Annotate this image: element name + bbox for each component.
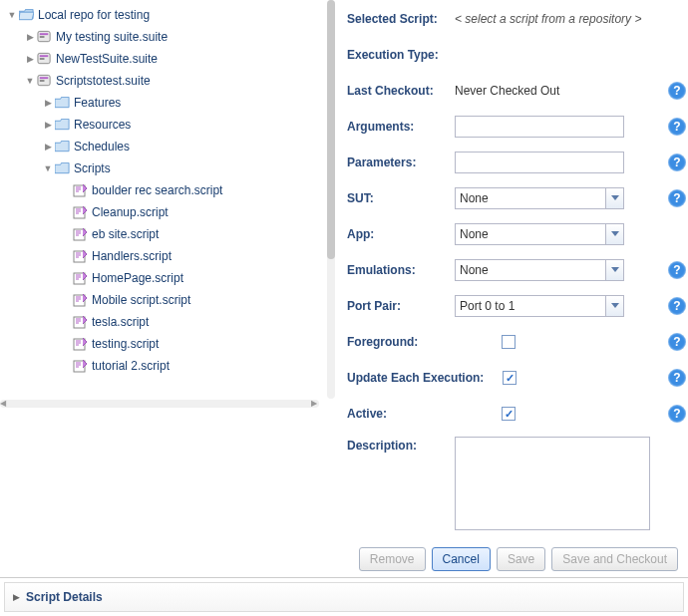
script-icon [72, 336, 88, 352]
tree-label: tutorial 2.script [92, 359, 170, 373]
expander-icon[interactable]: ▼ [24, 76, 36, 86]
help-icon[interactable]: ? [668, 405, 686, 423]
active-label: Active: [347, 407, 455, 421]
expander-icon[interactable]: ▶ [42, 98, 54, 108]
expander-icon[interactable]: ▶ [42, 120, 54, 130]
chevron-right-icon: ▶ [13, 592, 20, 602]
select-value: None [456, 227, 605, 241]
dropdown-arrow-icon[interactable] [605, 260, 623, 280]
expander-icon[interactable]: ▶ [24, 32, 36, 42]
tree-label: boulder rec search.script [92, 183, 222, 197]
app-select[interactable]: None [455, 223, 624, 245]
vertical-scrollbar[interactable] [327, 0, 335, 399]
cancel-button[interactable]: Cancel [432, 547, 491, 571]
tree-script-item[interactable]: Mobile script.script [6, 289, 337, 311]
tree-label: tesla.script [92, 315, 149, 329]
tree-label: Scripts [74, 161, 111, 175]
repository-tree-panel: ▼ Local repo for testing ▶ My testing su… [0, 0, 337, 577]
tree-script-item[interactable]: Cleanup.script [6, 201, 337, 223]
tree-label: NewTestSuite.suite [56, 52, 158, 66]
horizontal-scrollbar[interactable]: ◀ ▶ [0, 400, 319, 408]
tree-label: eb site.script [92, 227, 159, 241]
help-icon[interactable]: ? [668, 369, 686, 387]
tree-script-item[interactable]: tesla.script [6, 311, 337, 333]
tree-folder-item[interactable]: ▶ Schedules [6, 136, 337, 157]
tree-folder-item[interactable]: ▶ Features [6, 92, 337, 114]
emulations-select[interactable]: None [455, 259, 624, 281]
save-checkout-button[interactable]: Save and Checkout [551, 547, 678, 571]
sut-label: SUT: [347, 191, 455, 205]
select-value: None [456, 191, 605, 205]
script-icon [72, 204, 88, 220]
expander-icon[interactable]: ▼ [6, 10, 18, 20]
description-textarea[interactable] [455, 437, 650, 530]
script-form-panel: Selected Script: < select a script from … [337, 0, 688, 577]
help-icon[interactable]: ? [668, 154, 686, 171]
dropdown-arrow-icon[interactable] [605, 296, 623, 316]
help-icon[interactable]: ? [668, 189, 686, 207]
help-icon[interactable]: ? [668, 82, 686, 100]
tree-script-item[interactable]: eb site.script [6, 223, 337, 245]
arguments-input[interactable] [455, 116, 624, 138]
tree-label: testing.script [92, 337, 159, 351]
parameters-input[interactable] [455, 152, 624, 173]
emulations-label: Emulations: [347, 263, 455, 277]
last-checkout-label: Last Checkout: [347, 84, 455, 98]
scroll-left-icon[interactable]: ◀ [0, 400, 8, 408]
tree-script-item[interactable]: HomePage.script [6, 267, 337, 289]
tree-label: Cleanup.script [92, 205, 169, 219]
arguments-label: Arguments: [347, 120, 455, 134]
tree-suite-item[interactable]: ▶ NewTestSuite.suite [6, 48, 337, 70]
tree-script-item[interactable]: boulder rec search.script [6, 179, 337, 201]
script-icon [72, 292, 88, 308]
dropdown-arrow-icon[interactable] [605, 224, 623, 244]
tree-label: Features [74, 96, 121, 110]
save-button[interactable]: Save [497, 547, 545, 571]
tree-label: Mobile script.script [92, 293, 190, 307]
help-icon[interactable]: ? [668, 261, 686, 279]
tree-root[interactable]: ▼ Local repo for testing [6, 4, 337, 26]
folder-icon [54, 117, 70, 133]
scrollbar-thumb[interactable] [327, 0, 335, 259]
tree-label: Resources [74, 118, 131, 132]
foreground-checkbox[interactable] [502, 335, 516, 349]
folder-icon [54, 160, 70, 176]
tree-label: Local repo for testing [38, 8, 150, 22]
sut-select[interactable]: None [455, 187, 624, 209]
scroll-right-icon[interactable]: ▶ [311, 400, 319, 408]
expander-icon[interactable]: ▶ [24, 54, 36, 64]
active-checkbox[interactable] [502, 407, 516, 421]
tree-script-item[interactable]: testing.script [6, 333, 337, 355]
tree-script-item[interactable]: tutorial 2.script [6, 355, 337, 377]
svg-rect-5 [39, 58, 44, 60]
selected-script-label: Selected Script: [347, 12, 455, 26]
expander-icon[interactable]: ▼ [42, 163, 54, 173]
tree-folder-scripts[interactable]: ▼ Scripts [6, 157, 337, 179]
tree-label: Scriptstotest.suite [56, 74, 151, 88]
suite-icon [36, 51, 52, 67]
port-pair-select[interactable]: Port 0 to 1 [455, 295, 624, 317]
tree-label: Schedules [74, 140, 130, 154]
svg-rect-8 [39, 80, 44, 82]
tree-script-item[interactable]: Handlers.script [6, 245, 337, 267]
dropdown-arrow-icon[interactable] [605, 188, 623, 208]
help-icon[interactable]: ? [668, 297, 686, 315]
script-icon [72, 248, 88, 264]
svg-rect-7 [39, 77, 47, 79]
last-checkout-value: Never Checked Out [455, 84, 559, 98]
tree-suite-item[interactable]: ▶ My testing suite.suite [6, 26, 337, 48]
app-label: App: [347, 227, 455, 241]
script-icon [72, 270, 88, 286]
expander-icon[interactable]: ▶ [42, 142, 54, 152]
script-details-toggle[interactable]: ▶ Script Details [4, 582, 684, 612]
help-icon[interactable]: ? [668, 333, 686, 351]
suite-icon [36, 73, 52, 89]
tree-suite-item[interactable]: ▼ Scriptstotest.suite [6, 70, 337, 92]
port-pair-label: Port Pair: [347, 299, 455, 313]
help-icon[interactable]: ? [668, 118, 686, 136]
remove-button[interactable]: Remove [359, 547, 426, 571]
update-each-checkbox[interactable] [503, 371, 516, 385]
update-each-label: Update Each Execution: [347, 371, 503, 385]
tree-folder-item[interactable]: ▶ Resources [6, 114, 337, 136]
execution-type-label: Execution Type: [347, 48, 455, 62]
